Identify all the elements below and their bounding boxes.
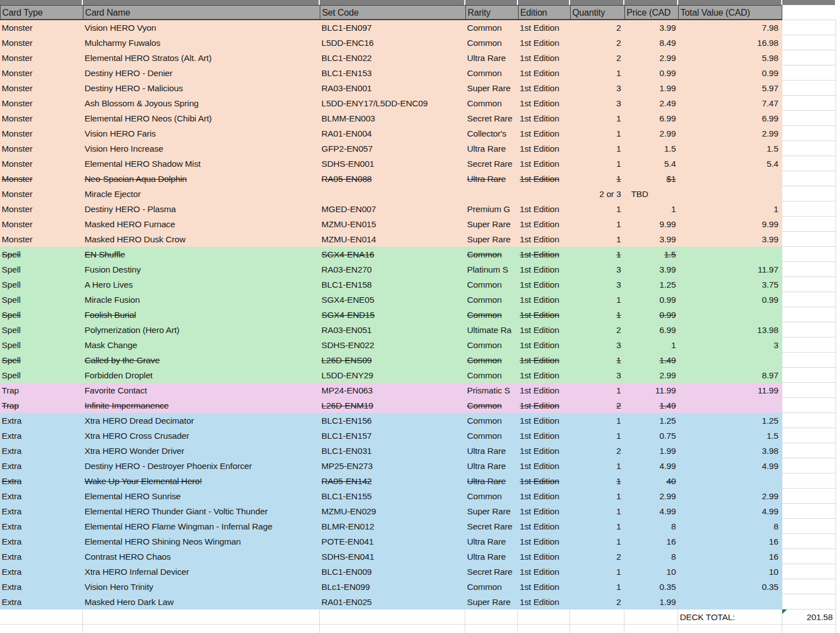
cell-quantity[interactable]: 1 (570, 126, 624, 141)
cell-set-code[interactable]: L5DD-ENC16 (320, 35, 465, 50)
cell-card-type[interactable]: Trap (0, 383, 83, 398)
cell-price[interactable]: 1 (624, 201, 678, 217)
cell-card-type[interactable]: Monster (0, 201, 83, 217)
cell-empty[interactable] (782, 489, 836, 504)
header-quantity[interactable]: Quantity (570, 5, 624, 20)
cell-card-name[interactable]: Xtra HERO Cross Crusader (83, 428, 320, 443)
cell-partial[interactable] (465, 0, 518, 5)
cell-edition[interactable]: 1st Edition (518, 126, 570, 141)
cell-rarity[interactable]: Common (465, 247, 518, 262)
cell-price[interactable]: 2.99 (624, 126, 678, 141)
cell-rarity[interactable]: Premium G (465, 201, 518, 217)
cell-set-code[interactable]: BLMM-EN003 (320, 111, 465, 126)
cell-quantity[interactable]: 1 (570, 65, 624, 81)
cell-set-code[interactable]: BLMR-EN012 (320, 519, 465, 534)
cell-empty[interactable] (782, 534, 836, 549)
cell-empty[interactable] (782, 383, 836, 398)
cell-card-type[interactable]: Extra (0, 443, 83, 458)
cell-total-value[interactable] (678, 594, 782, 609)
cell-set-code[interactable]: L5DD-ENY29 (320, 368, 465, 383)
cell-partial[interactable] (570, 0, 624, 5)
cell-rarity[interactable]: Ultra Rare (465, 443, 518, 458)
cell-rarity[interactable]: Prismatic S (465, 383, 518, 398)
cell-set-code[interactable]: BLC1-EN031 (320, 443, 465, 458)
cell-set-code[interactable]: SDHS-EN041 (320, 549, 465, 564)
cell-partial[interactable] (83, 0, 320, 5)
cell-price[interactable]: 1.25 (624, 277, 678, 292)
header-card-name[interactable]: Card Name (83, 5, 320, 20)
cell-rarity[interactable]: Ultra Rare (465, 171, 518, 186)
cell-empty[interactable] (782, 504, 836, 519)
cell-empty[interactable] (782, 277, 836, 292)
header-total-value[interactable]: Total Value (CAD) (678, 5, 782, 20)
cell-set-code[interactable]: L5DD-ENY17/L5DD-ENC09 (320, 96, 465, 111)
cell-empty[interactable] (782, 519, 836, 534)
cell-set-code[interactable]: RA05-EN088 (320, 171, 465, 186)
cell-quantity[interactable]: 1 (570, 564, 624, 579)
cell-total-value[interactable]: 7.98 (678, 20, 782, 35)
cell-rarity[interactable]: Common (465, 35, 518, 50)
cell-set-code[interactable]: SGX4-ENE05 (320, 292, 465, 307)
cell-card-name[interactable]: Destiny HERO - Malicious (83, 81, 320, 96)
cell-edition[interactable]: 1st Edition (518, 549, 570, 564)
cell-card-type[interactable]: Spell (0, 337, 83, 353)
cell-empty[interactable] (782, 458, 836, 473)
cell-rarity[interactable]: Common (465, 353, 518, 368)
cell-card-name[interactable]: Vision Hero Trinity (83, 579, 320, 594)
cell-total-value[interactable]: 3.99 (678, 232, 782, 247)
cell-card-name[interactable]: Wake Up Your Elemental Hero! (83, 473, 320, 489)
cell-empty[interactable] (782, 428, 836, 443)
cell-total-value[interactable] (678, 186, 782, 201)
cell-price[interactable]: 8.49 (624, 35, 678, 50)
cell-card-type[interactable]: Monster (0, 232, 83, 247)
cell-total-value[interactable]: 4.99 (678, 504, 782, 519)
cell-price[interactable]: 0.35 (624, 579, 678, 594)
cell-edition[interactable]: 1st Edition (518, 473, 570, 489)
cell-card-type[interactable]: Spell (0, 307, 83, 322)
cell-edition[interactable]: 1st Edition (518, 443, 570, 458)
cell-card-type[interactable]: Extra (0, 473, 83, 489)
cell-empty[interactable] (782, 337, 836, 353)
cell-quantity[interactable]: 3 (570, 262, 624, 277)
cell-card-type[interactable]: Spell (0, 292, 83, 307)
cell-price[interactable]: 1.99 (624, 594, 678, 609)
cell-empty[interactable] (782, 186, 836, 201)
cell-card-type[interactable]: Monster (0, 65, 83, 81)
cell-partial[interactable] (320, 0, 465, 5)
deck-total-label[interactable]: DECK TOTAL: (678, 609, 782, 625)
cell-total-value[interactable] (678, 398, 782, 413)
cell-rarity[interactable]: Secret Rare (465, 111, 518, 126)
cell-edition[interactable]: 1st Edition (518, 232, 570, 247)
cell-card-name[interactable]: A Hero Lives (83, 277, 320, 292)
cell-card-type[interactable]: Extra (0, 413, 83, 428)
cell-empty[interactable] (782, 413, 836, 428)
cell-edition[interactable]: 1st Edition (518, 322, 570, 337)
cell-empty[interactable] (782, 292, 836, 307)
cell-card-name[interactable]: Called by the Grave (83, 353, 320, 368)
cell-total-value[interactable]: 4.99 (678, 458, 782, 473)
cell-empty[interactable] (782, 473, 836, 489)
cell-quantity[interactable]: 3 (570, 337, 624, 353)
cell-edition[interactable]: 1st Edition (518, 534, 570, 549)
cell-quantity[interactable]: 2 (570, 443, 624, 458)
cell-card-name[interactable]: Destiny HERO - Destroyer Phoenix Enforce… (83, 458, 320, 473)
cell-set-code[interactable]: RA03-EN051 (320, 322, 465, 337)
cell-partial[interactable] (518, 0, 570, 5)
cell-quantity[interactable]: 1 (570, 504, 624, 519)
cell-price[interactable]: 6.99 (624, 322, 678, 337)
cell-quantity[interactable]: 2 (570, 549, 624, 564)
cell-price[interactable]: 16 (624, 534, 678, 549)
cell-set-code[interactable]: RA03-EN001 (320, 81, 465, 96)
cell-quantity[interactable]: 2 (570, 50, 624, 65)
cell-rarity[interactable]: Ultra Rare (465, 549, 518, 564)
cell-empty[interactable] (465, 625, 518, 633)
cell-edition[interactable]: 1st Edition (518, 504, 570, 519)
cell-edition[interactable] (518, 186, 570, 201)
cell-price[interactable]: 1.5 (624, 141, 678, 156)
cell-card-type[interactable]: Extra (0, 534, 83, 549)
cell-card-type[interactable]: Monster (0, 141, 83, 156)
cell-set-code[interactable]: MP25-EN273 (320, 458, 465, 473)
cell-card-name[interactable]: Masked HERO Furnace (83, 217, 320, 232)
cell-rarity[interactable]: Secret Rare (465, 156, 518, 171)
cell-set-code[interactable]: MGED-EN007 (320, 201, 465, 217)
